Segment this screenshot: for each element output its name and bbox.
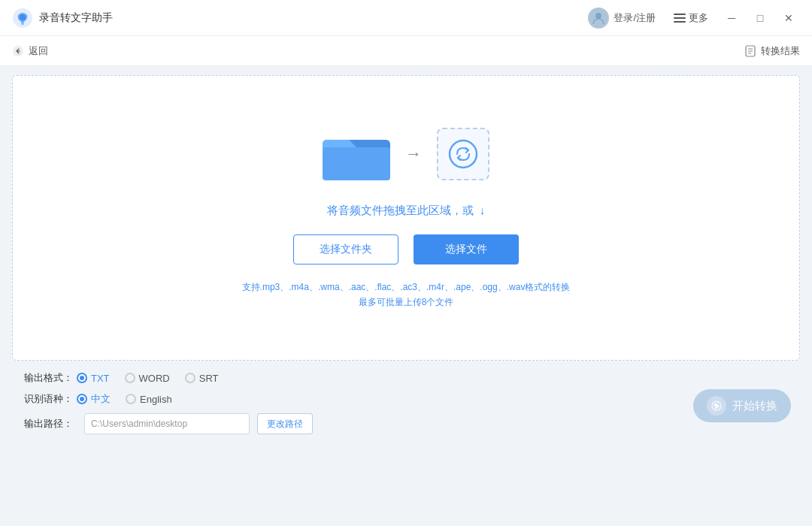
- select-file-button[interactable]: 选择文件: [414, 234, 519, 265]
- svg-rect-14: [323, 147, 390, 180]
- start-label: 开始转换: [732, 399, 777, 413]
- toolbar: 返回 转换结果: [0, 36, 812, 66]
- format-word-radio[interactable]: [125, 373, 135, 383]
- convert-icon: [447, 138, 480, 171]
- format-txt[interactable]: TXT: [77, 373, 110, 384]
- language-chinese-radio[interactable]: [77, 394, 87, 404]
- login-label: 登录/注册: [614, 11, 656, 25]
- path-row: 输出路径： 更改路径: [24, 413, 788, 434]
- language-radio-group: 中文 English: [77, 392, 172, 406]
- result-button[interactable]: 转换结果: [744, 44, 800, 58]
- minimize-button[interactable]: ─: [720, 9, 743, 27]
- dropzone-buttons: 选择文件夹 选择文件: [293, 234, 519, 265]
- formats-line2: 最多可批量上传8个文件: [242, 295, 571, 310]
- dropzone-hint: 将音频文件拖拽至此区域，或 ↓: [327, 204, 486, 218]
- login-button[interactable]: 登录/注册: [588, 8, 656, 29]
- result-label: 转换结果: [761, 44, 800, 58]
- down-arrow-icon: ↓: [480, 204, 486, 216]
- titlebar: 录音转文字助手 登录/注册 更多 ─ □ ✕: [0, 0, 812, 36]
- app-title: 录音转文字助手: [39, 11, 588, 25]
- change-path-button[interactable]: 更改路径: [257, 413, 313, 434]
- hint-text: 将音频文件拖拽至此区域，或: [327, 204, 474, 216]
- format-txt-label: TXT: [91, 373, 110, 384]
- language-label: 识别语种：: [24, 392, 77, 406]
- format-row: 输出格式： TXT WORD SRT: [24, 371, 788, 385]
- window-controls: ─ □ ✕: [720, 9, 800, 27]
- menu-icon: [674, 14, 686, 23]
- dropzone-icons: →: [323, 126, 489, 183]
- app-logo-icon: [12, 8, 33, 29]
- format-radio-group: TXT WORD SRT: [77, 373, 219, 384]
- format-label: 输出格式：: [24, 371, 77, 385]
- format-srt[interactable]: SRT: [185, 373, 219, 384]
- format-srt-radio[interactable]: [185, 373, 195, 383]
- more-label: 更多: [689, 11, 708, 25]
- start-button-wrap: 开始转换: [693, 389, 791, 422]
- folder-icon: [323, 126, 390, 183]
- svg-point-3: [595, 13, 601, 19]
- select-folder-button[interactable]: 选择文件夹: [293, 234, 398, 265]
- back-label: 返回: [29, 44, 48, 58]
- language-chinese-label: 中文: [91, 392, 111, 406]
- main-content: → 将音频文件拖拽至此区域，或 ↓ 选择文件夹 选择文件 支持.mp3、.m4a…: [0, 66, 812, 443]
- maximize-button[interactable]: □: [749, 9, 771, 27]
- format-txt-radio[interactable]: [77, 373, 87, 383]
- dropzone[interactable]: → 将音频文件拖拽至此区域，或 ↓ 选择文件夹 选择文件 支持.mp3、.m4a…: [12, 75, 800, 361]
- formats-line1: 支持.mp3、.m4a、.wma、.aac、.flac、.ac3、.m4r、.a…: [242, 280, 571, 295]
- svg-rect-2: [21, 22, 24, 25]
- close-button[interactable]: ✕: [777, 9, 800, 27]
- svg-point-1: [20, 14, 26, 20]
- language-english-label: English: [140, 394, 172, 405]
- start-icon: [707, 396, 726, 416]
- arrow-right-icon: →: [405, 144, 422, 164]
- start-convert-button[interactable]: 开始转换: [693, 389, 791, 422]
- back-arrow-icon: [12, 46, 24, 56]
- dropzone-formats: 支持.mp3、.m4a、.wma、.aac、.flac、.ac3、.m4r、.a…: [242, 280, 571, 310]
- svg-rect-6: [674, 21, 686, 23]
- language-english[interactable]: English: [126, 394, 172, 405]
- language-chinese[interactable]: 中文: [77, 392, 111, 406]
- svg-rect-4: [674, 14, 686, 15]
- settings-bar: 输出格式： TXT WORD SRT 识别语种：: [12, 361, 800, 434]
- path-input[interactable]: [84, 413, 250, 434]
- back-button[interactable]: 返回: [12, 44, 48, 58]
- avatar-icon: [588, 8, 609, 29]
- format-srt-label: SRT: [199, 373, 219, 384]
- svg-point-15: [450, 141, 477, 168]
- convert-icon-box: [437, 128, 489, 180]
- more-button[interactable]: 更多: [674, 11, 708, 25]
- path-label: 输出路径：: [24, 417, 77, 431]
- svg-rect-5: [674, 17, 686, 19]
- language-english-radio[interactable]: [126, 394, 136, 404]
- format-word[interactable]: WORD: [125, 373, 170, 384]
- language-row: 识别语种： 中文 English: [24, 392, 788, 406]
- result-icon: [744, 45, 756, 57]
- format-word-label: WORD: [139, 373, 170, 384]
